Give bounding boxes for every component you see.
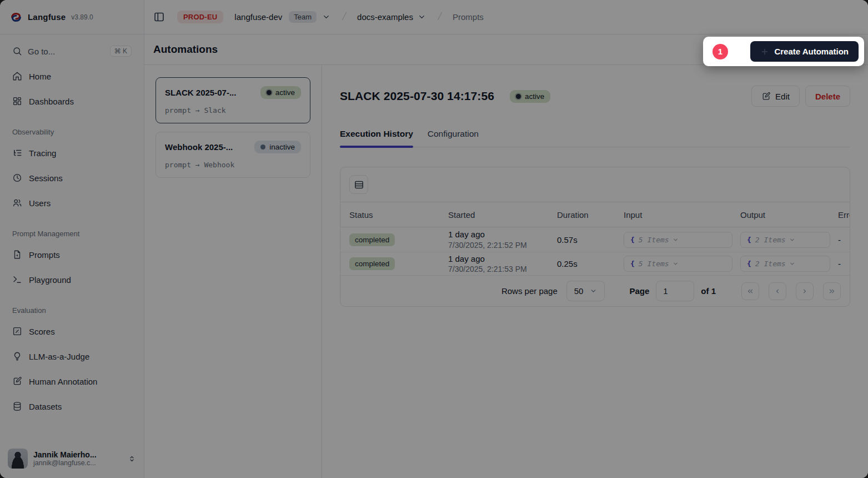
- create-automation-button[interactable]: Create Automation: [750, 41, 859, 62]
- create-automation-label: Create Automation: [774, 47, 849, 56]
- plus-icon: [760, 47, 769, 56]
- annotation-callout: 1 Create Automation: [703, 37, 864, 66]
- annotation-step-badge: 1: [713, 44, 728, 59]
- screenshot-dim-overlay: [0, 0, 868, 478]
